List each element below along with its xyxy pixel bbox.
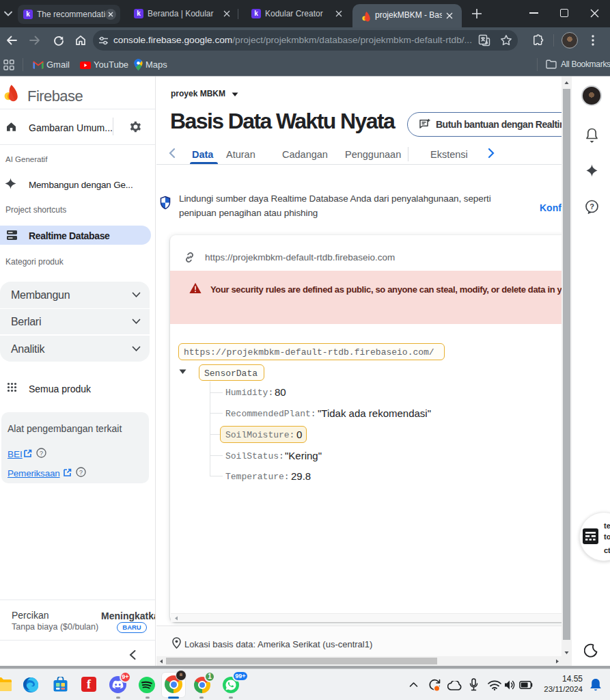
svg-text:?: ? [40, 450, 43, 457]
svg-text:?: ? [590, 202, 594, 211]
svg-text:?: ? [79, 469, 83, 476]
